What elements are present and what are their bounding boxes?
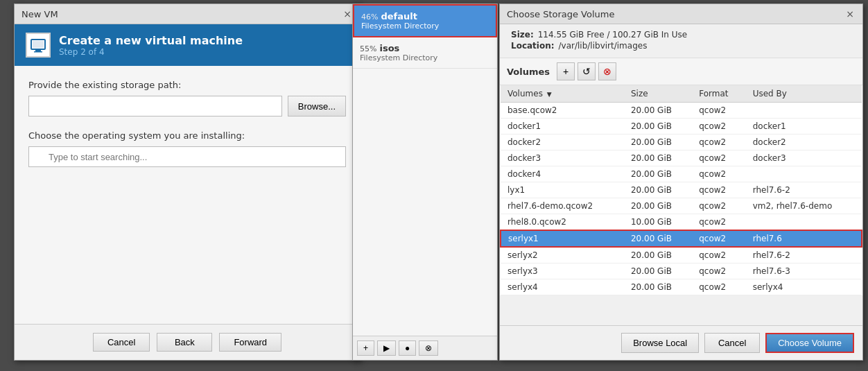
vol-name: serlyx3 [501, 264, 624, 279]
cancel-button[interactable]: Cancel [93, 333, 150, 352]
pool-pct: 55% [360, 44, 376, 53]
table-header-row: Volumes ▼ Size Format Used By [501, 85, 862, 103]
vol-size: 20.00 GiB [624, 230, 692, 247]
col-header-volumes[interactable]: Volumes ▼ [501, 85, 624, 103]
vol-size: 10.00 GiB [624, 214, 692, 231]
pool-name: default [381, 11, 417, 21]
vol-usedby [746, 214, 862, 231]
pool-delete-btn[interactable]: ⊗ [419, 340, 438, 356]
storage-info: Size: 114.55 GiB Free / 100.27 GiB In Us… [500, 24, 862, 58]
pool-item-isos[interactable]: 55%isosFilesystem Directory [353, 37, 497, 69]
col-header-usedby[interactable]: Used By [746, 85, 862, 103]
storage-pool-panel: 46%defaultFilesystem Directory55%isosFil… [352, 3, 498, 361]
vol-usedby [746, 103, 862, 119]
svg-rect-2 [35, 50, 41, 51]
vol-usedby: docker1 [746, 119, 862, 135]
table-row[interactable]: docker1 20.00 GiB qcow2 docker1 [501, 119, 862, 135]
vol-name: serlyx1 [501, 230, 624, 247]
vol-format: qcow2 [692, 135, 745, 150]
storage-dialog-title: Choose Storage Volume [507, 9, 614, 19]
browse-local-button[interactable]: Browse Local [621, 333, 699, 353]
pool-add-btn[interactable]: + [357, 340, 374, 356]
table-row[interactable]: serlyx2 20.00 GiB qcow2 rhel7.6-2 [501, 247, 862, 264]
pool-sub: Filesystem Directory [360, 53, 490, 62]
storage-path-row: Browse... [28, 96, 346, 117]
refresh-btn[interactable]: ↺ [578, 62, 596, 80]
col-header-format[interactable]: Format [692, 85, 745, 103]
choose-volume-button[interactable]: Choose Volume [765, 333, 854, 353]
vol-format: qcow2 [692, 119, 745, 135]
vol-format: qcow2 [692, 214, 745, 231]
pool-play-btn[interactable]: ▶ [377, 340, 396, 356]
new-vm-close-btn[interactable]: × [342, 8, 353, 19]
new-vm-title: New VM [21, 9, 58, 19]
table-row[interactable]: base.qcow2 20.00 GiB qcow2 [501, 103, 862, 119]
pool-item-default[interactable]: 46%defaultFilesystem Directory [353, 4, 497, 37]
volumes-toolbar: Volumes + ↺ ⊗ [500, 58, 862, 85]
table-row[interactable]: rhel8.0.qcow2 10.00 GiB qcow2 [501, 214, 862, 231]
vol-size: 20.00 GiB [624, 150, 692, 166]
storage-volume-dialog: Choose Storage Volume × Size: 114.55 GiB… [499, 3, 863, 361]
table-row[interactable]: docker4 20.00 GiB qcow2 [501, 166, 862, 182]
location-label: Location: [511, 41, 555, 51]
storage-path-label: Provide the existing storage path: [28, 80, 346, 90]
vol-usedby: rhel7.6-2 [746, 247, 862, 264]
vol-format: qcow2 [692, 150, 745, 166]
vol-size: 20.00 GiB [624, 103, 692, 119]
svg-rect-1 [33, 41, 44, 48]
vol-format: qcow2 [692, 279, 745, 295]
table-row[interactable]: serlyx1 20.00 GiB qcow2 rhel7.6 [501, 230, 862, 247]
table-row[interactable]: lyx1 20.00 GiB qcow2 rhel7.6-2 [501, 182, 862, 198]
os-label: Choose the operating system you are inst… [28, 130, 346, 141]
table-row[interactable]: serlyx3 20.00 GiB qcow2 rhel7.6-3 [501, 264, 862, 279]
storage-cancel-button[interactable]: Cancel [704, 333, 760, 353]
new-vm-body: Provide the existing storage path: Brows… [15, 66, 360, 324]
col-header-size[interactable]: Size [624, 85, 692, 103]
location-value: /var/lib/libvirt/images [559, 41, 648, 51]
vol-name: serlyx2 [501, 247, 624, 264]
forward-button[interactable]: Forward [219, 333, 281, 352]
storage-titlebar: Choose Storage Volume × [500, 4, 862, 24]
size-label: Size: [511, 30, 534, 40]
browse-button[interactable]: Browse... [288, 96, 346, 117]
vol-name: docker2 [501, 135, 624, 150]
vol-size: 20.00 GiB [624, 198, 692, 214]
vol-name: docker3 [501, 150, 624, 166]
vol-usedby: rhel7.6 [746, 230, 862, 247]
vol-usedby: vm2, rhel7.6-demo [746, 198, 862, 214]
vol-name: docker1 [501, 119, 624, 135]
pool-name: isos [379, 43, 399, 53]
vol-format: qcow2 [692, 198, 745, 214]
new-vm-header: Create a new virtual machine Step 2 of 4 [15, 24, 360, 66]
storage-close-btn[interactable]: × [844, 8, 856, 19]
storage-path-input[interactable] [28, 96, 282, 117]
vol-usedby: docker3 [746, 150, 862, 166]
os-search-input[interactable] [28, 146, 346, 167]
pool-pct: 46% [361, 12, 378, 21]
new-vm-header-title: Create a new virtual machine [59, 34, 243, 47]
pool-sub: Filesystem Directory [361, 21, 489, 31]
vol-format: qcow2 [692, 182, 745, 198]
new-vm-footer: Cancel Back Forward [15, 324, 360, 360]
new-vm-titlebar: New VM × [15, 4, 360, 24]
table-row[interactable]: docker3 20.00 GiB qcow2 docker3 [501, 150, 862, 166]
table-row[interactable]: docker2 20.00 GiB qcow2 docker2 [501, 135, 862, 150]
new-vm-header-text: Create a new virtual machine Step 2 of 4 [59, 34, 243, 57]
vol-name: lyx1 [501, 182, 624, 198]
pool-footer: +▶●⊗ [353, 336, 497, 360]
vol-size: 20.00 GiB [624, 135, 692, 150]
table-row[interactable]: rhel7.6-demo.qcow2 20.00 GiB qcow2 vm2, … [501, 198, 862, 214]
back-button[interactable]: Back [157, 333, 212, 352]
vol-size: 20.00 GiB [624, 264, 692, 279]
vol-name: rhel8.0.qcow2 [501, 214, 624, 231]
volumes-toolbar-label: Volumes [507, 67, 550, 77]
svg-rect-3 [34, 51, 42, 53]
os-search-wrap: 🔍 [28, 146, 346, 167]
add-volume-btn[interactable]: + [557, 62, 575, 80]
table-row[interactable]: serlyx4 20.00 GiB qcow2 serlyx4 [501, 279, 862, 295]
vol-size: 20.00 GiB [624, 182, 692, 198]
volumes-table: Volumes ▼ Size Format Used By base.qcow2… [500, 85, 862, 295]
vm-icon [26, 33, 51, 58]
pool-record-btn[interactable]: ● [399, 340, 416, 356]
delete-btn[interactable]: ⊗ [598, 62, 616, 80]
